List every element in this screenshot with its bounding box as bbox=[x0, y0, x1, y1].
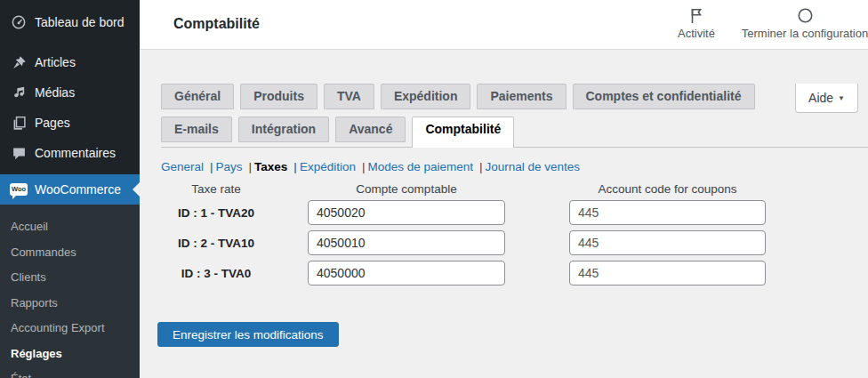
column-header-tax-rate: Taxe rate bbox=[161, 182, 271, 196]
coupon-code-input[interactable] bbox=[569, 261, 766, 286]
submenu-item-commandes[interactable]: Commandes bbox=[0, 240, 140, 266]
table-row: ID : 1 - TVA20 bbox=[161, 200, 868, 225]
tab-expedition[interactable]: Expédition bbox=[381, 84, 471, 109]
sidebar-item-dashboard[interactable]: Tableau de bord bbox=[0, 7, 140, 37]
admin-menu: Tableau de bord Articles Médias bbox=[0, 0, 140, 205]
account-code-input[interactable] bbox=[308, 261, 505, 286]
submenu-item-accueil[interactable]: Accueil bbox=[0, 214, 140, 240]
account-code-input[interactable] bbox=[308, 200, 505, 225]
submenu-item-rapports[interactable]: Rapports bbox=[0, 291, 140, 317]
dashboard-icon bbox=[10, 13, 28, 31]
finish-setup-button[interactable]: Terminer la configuration bbox=[729, 7, 868, 40]
sidebar-item-label: Tableau de bord bbox=[35, 15, 124, 29]
tab-row-1: Général Produits TVA Expédition Paiement… bbox=[161, 84, 868, 109]
pages-icon bbox=[10, 114, 28, 132]
settings-content: Aide▼ Général Produits TVA Expédition Pa… bbox=[140, 84, 868, 378]
subnav-taxes[interactable]: Taxes bbox=[254, 160, 287, 173]
tax-rate-label: ID : 3 - TVA0 bbox=[161, 267, 271, 280]
tab-row-2: E-mails Intégration Avancé Comptabilité bbox=[161, 117, 868, 148]
admin-sidebar: Tableau de bord Articles Médias bbox=[0, 0, 140, 378]
table-header-row: Taxe rate Compte comptable Account code … bbox=[161, 181, 868, 196]
tab-paiements[interactable]: Paiements bbox=[477, 84, 566, 109]
save-changes-button[interactable]: Enregistrer les modifications bbox=[157, 322, 339, 347]
main-area: Comptabilité Activité Terminer la config… bbox=[140, 0, 868, 378]
sidebar-item-medias[interactable]: Médias bbox=[0, 77, 140, 108]
tab-comptes-confidentialite[interactable]: Comptes et confidentialité bbox=[573, 84, 755, 109]
pushpin-icon bbox=[10, 53, 28, 71]
tab-avance[interactable]: Avancé bbox=[335, 117, 406, 142]
sidebar-item-woocommerce[interactable]: Woo WooCommerce bbox=[0, 174, 140, 205]
submenu-item-reglages[interactable]: Réglages bbox=[0, 342, 140, 367]
tax-accounts-table: Taxe rate Compte comptable Account code … bbox=[161, 181, 868, 286]
tab-general[interactable]: Général bbox=[161, 84, 234, 109]
account-code-input[interactable] bbox=[308, 230, 505, 255]
media-icon bbox=[10, 84, 28, 101]
taxes-subnav: General|Pays|Taxes|Expédition|Modes de p… bbox=[161, 159, 868, 174]
activity-label: Activité bbox=[678, 27, 715, 40]
tab-emails[interactable]: E-mails bbox=[161, 117, 232, 142]
sidebar-item-label: Articles bbox=[35, 55, 76, 69]
sidebar-item-comments[interactable]: Commentaires bbox=[0, 138, 140, 168]
subnav-modes-paiement[interactable]: Modes de paiement bbox=[367, 160, 473, 173]
progress-circle-icon bbox=[729, 7, 868, 25]
table-row: ID : 3 - TVA0 bbox=[161, 261, 868, 286]
tab-tva[interactable]: TVA bbox=[324, 84, 374, 109]
submenu-item-etat[interactable]: État bbox=[0, 366, 140, 378]
woocommerce-submenu: Accueil Commandes Clients Rapports Accou… bbox=[0, 205, 140, 378]
tab-integration[interactable]: Intégration bbox=[238, 117, 329, 142]
table-row: ID : 2 - TVA10 bbox=[161, 230, 868, 255]
subnav-expedition[interactable]: Expédition bbox=[300, 160, 356, 173]
comments-icon bbox=[10, 144, 28, 162]
coupon-code-input[interactable] bbox=[569, 230, 766, 255]
tab-comptabilite[interactable]: Comptabilité bbox=[412, 117, 514, 148]
page-title: Comptabilité bbox=[173, 16, 260, 32]
sidebar-item-label: Commentaires bbox=[35, 146, 116, 160]
subnav-separator: | bbox=[249, 160, 253, 173]
subnav-separator: | bbox=[293, 160, 297, 173]
subnav-separator: | bbox=[210, 160, 213, 173]
subnav-separator: | bbox=[479, 160, 483, 173]
tax-rate-label: ID : 1 - TVA20 bbox=[161, 206, 271, 220]
column-header-account: Compte comptable bbox=[308, 182, 505, 196]
page-header: Comptabilité Activité Terminer la config… bbox=[140, 0, 868, 50]
submenu-item-clients[interactable]: Clients bbox=[0, 265, 140, 291]
settings-tabs: Général Produits TVA Expédition Paiement… bbox=[161, 84, 868, 148]
coupon-code-input[interactable] bbox=[569, 200, 766, 225]
finish-setup-label: Terminer la configuration bbox=[742, 27, 868, 40]
flag-icon bbox=[670, 7, 723, 25]
column-header-coupon: Account code for coupons bbox=[569, 182, 766, 196]
sidebar-item-pages[interactable]: Pages bbox=[0, 108, 140, 138]
sidebar-item-label: Pages bbox=[35, 116, 70, 130]
subnav-pays[interactable]: Pays bbox=[216, 160, 243, 173]
sidebar-item-label: WooCommerce bbox=[35, 182, 121, 197]
subnav-separator: | bbox=[362, 160, 366, 173]
subnav-journal-ventes[interactable]: Journal de ventes bbox=[486, 160, 581, 173]
sidebar-item-label: Médias bbox=[35, 85, 75, 100]
subnav-general[interactable]: General bbox=[161, 160, 204, 173]
woocommerce-icon: Woo bbox=[10, 181, 28, 198]
activity-button[interactable]: Activité bbox=[670, 7, 723, 40]
sidebar-item-articles[interactable]: Articles bbox=[0, 47, 140, 77]
submenu-item-accounting-export[interactable]: Accounting Export bbox=[0, 316, 140, 342]
tax-rate-label: ID : 2 - TVA10 bbox=[161, 237, 271, 250]
tab-produits[interactable]: Produits bbox=[240, 84, 317, 109]
